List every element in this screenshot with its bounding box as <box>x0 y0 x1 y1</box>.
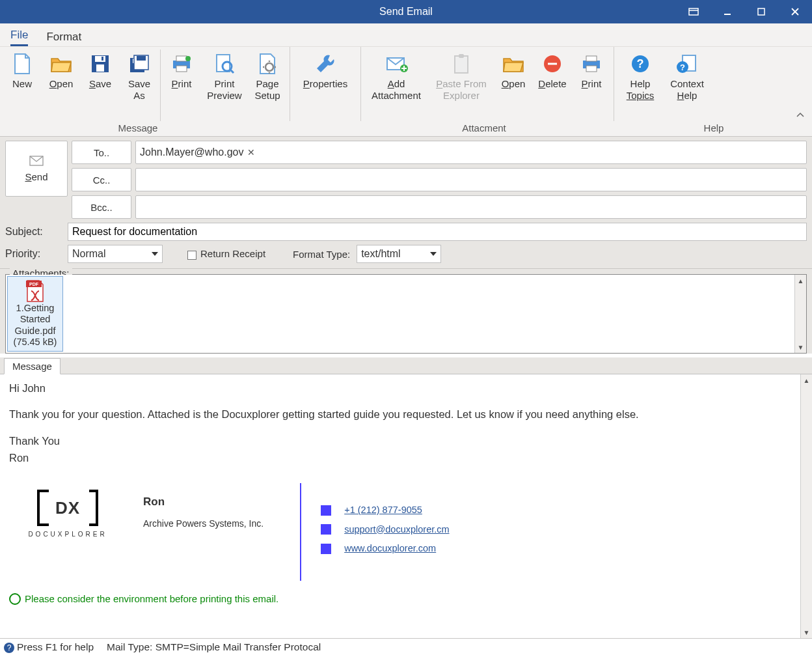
bcc-field[interactable] <box>135 195 807 219</box>
status-help: Press F1 for help <box>17 641 94 652</box>
delete-icon <box>541 52 564 76</box>
printer-icon <box>170 52 193 76</box>
attachment-item[interactable]: PDF 1.Getting Started Guide.pdf (75.45 k… <box>7 276 63 352</box>
svg-rect-12 <box>137 56 146 61</box>
menu-format[interactable]: Format <box>46 31 81 46</box>
bcc-button[interactable]: Bcc.. <box>72 195 131 219</box>
maximize-button[interactable] <box>744 0 778 23</box>
scroll-up-icon[interactable]: ▲ <box>795 275 806 286</box>
svg-rect-15 <box>176 66 187 72</box>
send-button[interactable]: Send <box>5 141 68 197</box>
minimize-button[interactable] <box>710 0 744 23</box>
priority-label: Priority: <box>5 248 61 260</box>
svg-rect-31 <box>586 66 597 72</box>
signature-company: Archive Powers Systems, Inc. <box>143 518 264 530</box>
scroll-down-icon[interactable]: ▼ <box>801 626 812 638</box>
globe-icon <box>9 593 21 605</box>
signature-name: Ron <box>143 495 264 510</box>
phone-icon <box>321 505 331 516</box>
editor-tabs: Message <box>0 357 812 374</box>
svg-rect-7 <box>96 64 104 72</box>
collapse-ribbon-icon[interactable] <box>796 112 804 117</box>
editor-scrollbar[interactable]: ▲ ▼ <box>800 374 812 638</box>
context-help-button[interactable]: ? ContextHelp <box>664 49 710 121</box>
logo-icon: DX <box>37 490 98 526</box>
return-receipt-checkbox[interactable]: Return Receipt <box>187 248 265 259</box>
svg-rect-30 <box>586 56 597 61</box>
message-body[interactable]: Hi John Thank you for your question. Att… <box>0 374 800 638</box>
svg-text:?: ? <box>637 57 644 70</box>
scroll-down-icon[interactable]: ▼ <box>795 341 806 353</box>
svg-rect-25 <box>455 56 468 73</box>
svg-rect-2 <box>758 8 765 15</box>
svg-rect-26 <box>459 54 464 58</box>
tab-message[interactable]: Message <box>4 358 61 374</box>
save-button[interactable]: Save <box>81 49 120 121</box>
signature-divider <box>300 483 301 581</box>
to-field[interactable]: John.Mayer@who.gov✕ <box>135 141 807 164</box>
folder-open-icon <box>502 52 525 76</box>
signature-phone[interactable]: +1 (212) 877-9055 <box>344 504 422 517</box>
email-icon <box>321 524 331 535</box>
help-topics-button[interactable]: ? HelpTopics <box>617 49 664 121</box>
subject-input[interactable] <box>68 223 807 241</box>
to-button[interactable]: To.. <box>72 141 131 164</box>
attachment-delete-button[interactable]: Delete <box>533 49 572 121</box>
paste-from-explorer-button[interactable]: Paste FromExplorer <box>429 49 494 121</box>
header-fields: Send To.. John.Mayer@who.gov✕ Cc.. Bcc..… <box>0 137 812 269</box>
svg-text:?: ? <box>680 63 685 72</box>
attachments-panel: Attachments: PDF 1.Getting Started Guide… <box>5 274 807 354</box>
priority-select[interactable]: Normal <box>68 245 163 263</box>
attachment-open-button[interactable]: Open <box>494 49 533 121</box>
context-help-icon: ? <box>675 52 699 76</box>
signature-email[interactable]: support@docuxplorer.cm <box>344 523 449 537</box>
window-title: Send Email <box>379 6 433 18</box>
cc-field[interactable] <box>135 168 807 191</box>
svg-text:PDF: PDF <box>29 282 39 286</box>
print-preview-button[interactable]: PrintPreview <box>201 49 248 121</box>
attachments-scrollbar[interactable]: ▲ ▼ <box>794 275 806 353</box>
group-label-attachment: Attacment <box>353 121 616 136</box>
open-button[interactable]: Open <box>42 49 81 121</box>
cc-button[interactable]: Cc.. <box>72 168 131 191</box>
attachment-print-button[interactable]: Print <box>572 49 611 121</box>
save-as-button[interactable]: SaveAs <box>120 49 159 121</box>
svg-line-19 <box>230 70 234 73</box>
group-label-message: Message <box>0 121 276 136</box>
format-type-select[interactable]: text/html <box>357 245 441 263</box>
new-button[interactable]: New <box>3 49 42 121</box>
magnifier-icon <box>213 52 236 76</box>
subject-label: Subject: <box>5 226 61 238</box>
add-attachment-button[interactable]: AddAttachment <box>364 49 429 121</box>
editor-area: Hi John Thank you for your question. Att… <box>0 374 812 638</box>
help-icon: ? <box>629 52 652 76</box>
clipboard-icon <box>450 52 473 76</box>
environment-note: Please consider the environment before p… <box>9 592 791 606</box>
window-controls <box>677 0 812 23</box>
print-button[interactable]: Print <box>162 49 201 121</box>
format-type-label: Format Type: <box>293 249 350 260</box>
svg-rect-6 <box>95 56 105 62</box>
web-icon <box>321 544 331 554</box>
scroll-up-icon[interactable]: ▲ <box>801 374 812 386</box>
menu-bar: File Format <box>0 23 812 47</box>
remove-recipient-icon[interactable]: ✕ <box>247 147 255 158</box>
properties-button[interactable]: Properties <box>293 49 358 121</box>
signature-web[interactable]: www.docuxplorer.com <box>344 542 436 555</box>
wrench-icon <box>314 52 337 76</box>
recipient-chip[interactable]: John.Mayer@who.gov✕ <box>140 146 255 158</box>
printer-icon <box>580 52 603 76</box>
svg-rect-0 <box>689 8 698 15</box>
group-label-help: Help <box>616 121 812 136</box>
ribbon-display-icon[interactable] <box>677 0 710 23</box>
status-bar: ?Press F1 for help Mail Type: SMTP=Simpl… <box>0 638 812 655</box>
folder-open-icon <box>49 52 73 76</box>
menu-file[interactable]: File <box>10 29 28 46</box>
save-icon <box>88 52 112 76</box>
svg-rect-14 <box>176 56 187 61</box>
signature: DX DOCUXPLORER Ron Archive Powers System… <box>9 483 791 581</box>
ribbon: New Open Save SaveAs Print <box>0 47 812 137</box>
save-as-icon <box>128 52 151 76</box>
page-setup-button[interactable]: PageSetup <box>248 49 287 121</box>
close-button[interactable] <box>778 0 812 23</box>
